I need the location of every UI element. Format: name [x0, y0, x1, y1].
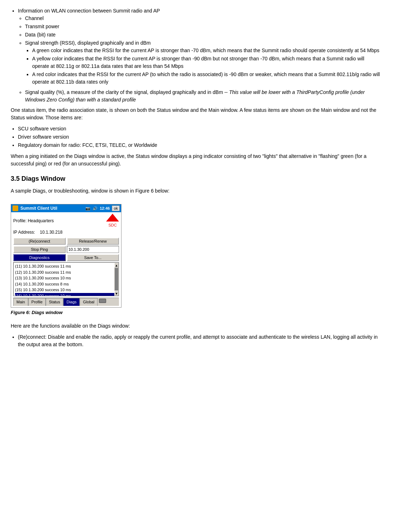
tab-bar: Main Profile Status Diags Global [13, 298, 119, 306]
ip-label: IP Address: [13, 230, 35, 235]
title-bar-icons: 📷 🔊 12:46 ok [85, 205, 120, 212]
sdc-label: SDC [108, 222, 116, 228]
tab-global[interactable]: Global [80, 298, 98, 306]
output-line-1: (11) 10.1.30.200 success 11 ms [15, 263, 117, 269]
profile-row: Profile: Headquarters SDC [13, 214, 119, 228]
start-icon [13, 205, 18, 211]
scrollbar-down[interactable]: ▼ [114, 291, 119, 296]
sdc-arrow-shape [106, 214, 119, 222]
data-rate-item: Data (bit) rate [25, 31, 382, 39]
ip-value: 10.1.30.218 [40, 230, 63, 235]
scrollbar[interactable]: ▲ ▼ [114, 263, 119, 296]
reconnect-function-desc: (Re)connect: Disable and enable the radi… [18, 334, 378, 347]
figure-caption: Figure 6: Diags window [11, 309, 121, 316]
reconnect-function-item: (Re)connect: Disable and enable the radi… [18, 333, 382, 348]
sub-bullet-list: Channel Transmit power Data (bit) rate S… [25, 15, 382, 104]
window-body: Profile: Headquarters SDC IP Address: 10… [11, 212, 121, 307]
green-color-item: A green color indicates that the RSSI fo… [32, 47, 382, 54]
output-line-5: (15) 10.1.30.200 success 10 ms [15, 287, 117, 293]
functions-list: (Re)connect: Disable and enable the radi… [18, 333, 382, 348]
tab-status[interactable]: Status [46, 298, 63, 306]
volume-icon: 🔊 [93, 205, 98, 212]
time-display: 12:46 [100, 205, 110, 212]
top-bullet-list: Information on WLAN connection between S… [18, 7, 382, 104]
scrollbar-up[interactable]: ▲ [114, 263, 119, 268]
diagnostics-button[interactable]: Diagnostics [13, 254, 66, 261]
yellow-color-item: A yellow color indicates that the RSSI f… [32, 55, 382, 70]
button-row-1: (Re)connect Release/Renew [13, 238, 119, 245]
scu-version-item: SCU software version [18, 125, 382, 133]
output-line-6: (16) 10.1.30.200 success 10 ms [15, 293, 117, 297]
section-heading: 3.5 Diags Window [11, 174, 382, 184]
reconnect-button[interactable]: (Re)connect [13, 238, 66, 245]
output-area: (11) 10.1.30.200 success 11 ms (12) 10.1… [13, 262, 119, 296]
output-line-4: (14) 10.1.30.200 success 8 ms [15, 281, 117, 287]
minimize-icon: 📷 [85, 205, 90, 212]
figure-container: Summit Client Util 📷 🔊 12:46 ok Profile:… [11, 204, 121, 320]
sdc-indicator: SDC [106, 214, 119, 228]
red-color-item: A red color indicates that the RSSI for … [32, 71, 382, 86]
channel-item: Channel [25, 15, 382, 22]
ping-ip-field[interactable]: 10.1.30.200 [67, 246, 119, 253]
signal-quality-item: Signal quality (%), a measure of the cla… [25, 89, 382, 104]
save-to-button[interactable]: Save To... [67, 254, 119, 261]
button-row-3: Diagnostics Save To... [13, 254, 119, 261]
para2: When a ping initiated on the Diags windo… [11, 153, 382, 168]
output-line-2: (12) 10.1.30.200 success 11 ms [15, 269, 117, 275]
tab-diags[interactable]: Diags [63, 298, 80, 306]
signal-strength-sub-list: A green color indicates that the RSSI fo… [32, 47, 382, 86]
scrollbar-thumb[interactable] [115, 268, 118, 290]
para3: A sample Diags, or troubleshooting, wind… [11, 187, 382, 195]
keyboard-icon [99, 299, 106, 303]
para4: Here are the functions available on the … [11, 322, 382, 330]
para1: One status item, the radio association s… [11, 106, 382, 121]
transmit-power-item: Transmit power [25, 23, 382, 30]
diags-window: Summit Client Util 📷 🔊 12:46 ok Profile:… [11, 204, 121, 308]
ip-row: IP Address: 10.1.30.218 [13, 229, 119, 235]
page-content: Information on WLAN connection between S… [11, 7, 382, 348]
window-title: Summit Client Util [20, 205, 84, 212]
driver-version-item: Driver software version [18, 133, 382, 141]
profile-label: Profile: Headquarters [13, 218, 54, 224]
stop-ping-button[interactable]: Stop Ping [13, 246, 66, 253]
ping-ip-row: Stop Ping 10.1.30.200 [13, 246, 119, 253]
main-only-list: SCU software version Driver software ver… [18, 125, 382, 149]
signal-strength-item: Signal strength (RSSI), displayed graphi… [25, 39, 382, 86]
tab-main[interactable]: Main [13, 298, 28, 306]
release-renew-button[interactable]: Release/Renew [67, 238, 119, 245]
title-bar: Summit Client Util 📷 🔊 12:46 ok [11, 204, 121, 212]
info-item: Information on WLAN connection between S… [18, 7, 382, 104]
output-line-3: (13) 10.1.30.200 success 10 ms [15, 275, 117, 281]
ok-button[interactable]: ok [112, 205, 120, 212]
tab-profile[interactable]: Profile [28, 298, 46, 306]
regulatory-domain-item: Regulatory domain for radio: FCC, ETSI, … [18, 141, 382, 149]
